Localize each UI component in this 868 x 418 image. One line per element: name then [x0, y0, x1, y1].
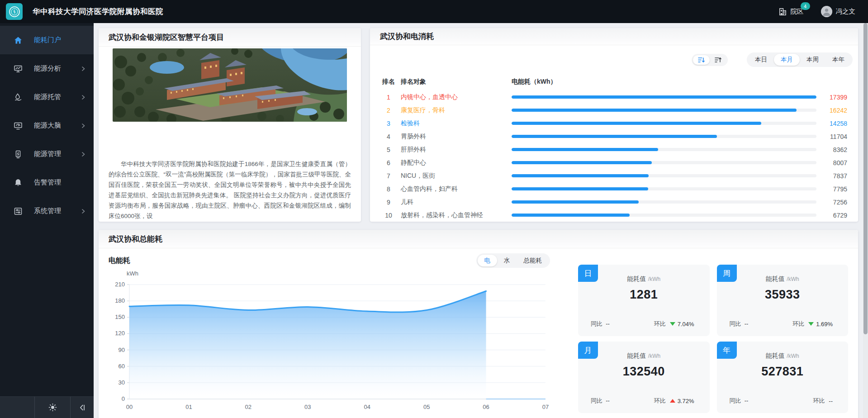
stat-value-label: 能耗值 — [766, 275, 785, 282]
svg-text:180: 180 — [115, 297, 125, 304]
energy-tab-2[interactable]: 总能耗 — [517, 255, 549, 266]
sidebar-item-energy-analysis[interactable]: 能源分析 — [0, 54, 94, 83]
ranking-row: 4胃肠外科11704 — [381, 130, 847, 143]
stat-compare-row: 同比 --环比 7.04% — [578, 320, 710, 328]
sidebar-footer-spacer — [0, 397, 35, 418]
period-tab-0[interactable]: 本日 — [748, 54, 774, 66]
svg-text:01: 01 — [185, 404, 192, 410]
rank-number: 9 — [381, 199, 396, 206]
theme-toggle-button[interactable] — [35, 397, 71, 418]
sidebar-item-label: 告警管理 — [34, 178, 86, 187]
value-bar — [512, 135, 816, 138]
column-rank: 排名 — [381, 78, 396, 86]
project-description: 华中科技大学同济医学院附属协和医院始建于1866年，是国家卫生健康委直属（管）的… — [109, 159, 351, 221]
stat-unit: /kWh — [648, 353, 660, 359]
stat-card-周: 周能耗值 /kWh35933同比 --环比 1.69% — [717, 265, 849, 336]
svg-text:03: 03 — [304, 404, 311, 410]
analysis-icon — [14, 64, 23, 73]
ranking-row: 6静配中心8007 — [381, 156, 847, 169]
rank-value: 7256 — [820, 199, 847, 206]
ranking-controls: 本日本月本周本年 — [370, 52, 853, 67]
energy-type-tabs: 电水总能耗 — [476, 253, 550, 268]
value-bar — [512, 148, 816, 151]
rank-target-name: 肝胆外科 — [401, 146, 512, 154]
campus-button[interactable]: 院区 4 — [778, 7, 804, 16]
stat-compare-row: 同比 --环比 -- — [717, 397, 849, 405]
main-content: 武汉协和金银湖院区智慧平台项目 — [94, 23, 868, 418]
stat-period-badge: 年 — [717, 342, 737, 359]
value-bar — [512, 174, 816, 177]
period-tab-2[interactable]: 本周 — [800, 54, 825, 66]
rank-value: 6729 — [820, 212, 847, 219]
energy-tab-1[interactable]: 水 — [497, 255, 517, 266]
sort-asc-button[interactable] — [710, 55, 726, 65]
energy-mgmt-icon — [14, 150, 23, 159]
collapse-sidebar-button[interactable] — [71, 397, 94, 418]
sidebar-item-energy-brain[interactable]: 能源大脑 — [0, 111, 94, 140]
svg-text:210: 210 — [115, 281, 125, 288]
rank-target-name: 静配中心 — [401, 159, 512, 167]
stat-value-label: 能耗值 — [766, 352, 785, 359]
rank-number: 6 — [381, 159, 396, 166]
value-bar — [512, 214, 816, 217]
electricity-ranking-card: 武汉协和电消耗 本日本月本周本年 排名 排名对象 电能耗（kWh） 1内镜中心，… — [370, 28, 858, 222]
period-tab-1[interactable]: 本月 — [774, 54, 800, 66]
stat-value: 35933 — [717, 288, 849, 302]
sidebar-item-energy-portal[interactable]: 能耗门户 — [0, 26, 94, 54]
stat-value-label: 能耗值 — [627, 352, 646, 359]
ranking-row: 1内镜中心，血透中心17399 — [381, 90, 847, 104]
value-bar — [512, 161, 816, 164]
sidebar-item-label: 能源分析 — [34, 64, 80, 73]
stat-unit: /kWh — [648, 276, 660, 282]
value-bar — [512, 122, 816, 125]
alarm-icon — [14, 178, 23, 187]
stat-unit: /kWh — [787, 353, 799, 359]
sort-descending-icon — [697, 57, 705, 63]
triangle-down-icon — [670, 322, 675, 326]
rank-target-name: 儿科 — [401, 198, 512, 206]
campus-badge: 4 — [801, 2, 810, 10]
svg-text:0: 0 — [122, 395, 125, 402]
sidebar-item-system-mgmt[interactable]: 系统管理 — [0, 197, 94, 225]
value-bar — [512, 187, 816, 190]
svg-text:90: 90 — [119, 347, 125, 353]
ranking-card-title: 武汉协和电消耗 — [370, 28, 858, 45]
rank-number: 8 — [381, 185, 396, 193]
stat-value: 132540 — [578, 365, 710, 379]
sort-ascending-icon — [714, 57, 722, 63]
energy-tab-0[interactable]: 电 — [478, 255, 498, 266]
stat-period-badge: 周 — [717, 265, 737, 282]
rank-value: 16242 — [820, 107, 847, 114]
ranking-row: 5肝胆外科8362 — [381, 143, 847, 156]
svg-text:04: 04 — [364, 404, 370, 410]
sort-desc-button[interactable] — [693, 55, 710, 65]
stat-value: 1281 — [578, 288, 710, 302]
scrollbar-track[interactable] — [863, 23, 868, 418]
stat-value-label: 能耗值 — [627, 275, 646, 282]
topbar-actions: 院区 4 冯之文 — [778, 6, 856, 17]
rank-value: 14258 — [820, 120, 847, 127]
triangle-up-icon — [670, 399, 675, 403]
ranking-rows: 1内镜中心，血透中心173992康复医疗，骨科162423检验科142584胃肠… — [381, 90, 847, 222]
ranking-row: 9儿科7256 — [381, 195, 847, 209]
rank-target-name: 放射科，感染科，心血管神经 — [401, 211, 512, 219]
ranking-table: 排名 排名对象 电能耗（kWh） 1内镜中心，血透中心173992康复医疗，骨科… — [370, 67, 858, 222]
svg-text:00: 00 — [126, 404, 133, 410]
user-name: 冯之文 — [836, 7, 856, 16]
sidebar-item-energy-mgmt[interactable]: 能源管理 — [0, 140, 94, 168]
svg-text:05: 05 — [423, 404, 430, 410]
period-tab-3[interactable]: 本年 — [825, 54, 851, 66]
yoy-compare: 同比 -- — [730, 397, 749, 405]
sidebar-item-label: 能源托管 — [34, 93, 80, 101]
sidebar-item-energy-hosting[interactable]: 能源托管 — [0, 83, 94, 111]
hospital-logo-icon — [6, 3, 23, 20]
scrollbar-thumb[interactable] — [863, 23, 868, 334]
energy-chart-section: 电能耗 电水总能耗 030609012015018021000010203040… — [109, 252, 566, 418]
user-menu[interactable]: 冯之文 — [821, 6, 856, 17]
mom-compare: 环比 7.04% — [654, 320, 694, 328]
rank-value: 7795 — [820, 185, 847, 193]
stat-period-badge: 日 — [578, 265, 598, 282]
sidebar-item-alarm-mgmt[interactable]: 告警管理 — [0, 168, 94, 197]
hosting-icon — [14, 93, 23, 102]
column-target: 排名对象 — [401, 78, 512, 86]
